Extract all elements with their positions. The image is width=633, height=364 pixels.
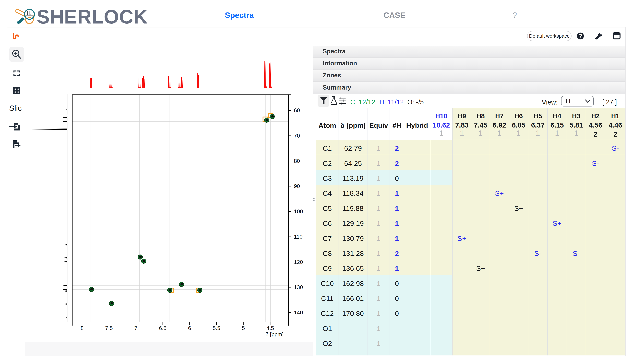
svg-text:80: 80 <box>294 158 300 164</box>
svg-text:70: 70 <box>294 132 300 139</box>
svg-text:4.5: 4.5 <box>266 325 274 331</box>
svg-text:?: ? <box>578 33 582 40</box>
svg-text:130: 130 <box>294 284 303 290</box>
svg-text:6: 6 <box>188 325 191 331</box>
svg-text:5: 5 <box>242 325 245 331</box>
svg-text:60: 60 <box>294 107 300 114</box>
svg-text:7: 7 <box>134 325 137 331</box>
svg-text:90: 90 <box>294 183 300 189</box>
svg-text:Slic: Slic <box>9 104 22 112</box>
svg-text:7.5: 7.5 <box>105 325 113 331</box>
svg-text:δ [ppm]: δ [ppm] <box>266 331 284 338</box>
svg-text:8: 8 <box>80 325 84 331</box>
svg-text:6.5: 6.5 <box>159 325 166 331</box>
svg-text:140: 140 <box>294 310 303 316</box>
svg-text:100: 100 <box>294 208 303 214</box>
svg-text:120: 120 <box>294 259 303 265</box>
svg-text:5.5: 5.5 <box>213 325 220 331</box>
svg-text:110: 110 <box>294 234 302 240</box>
